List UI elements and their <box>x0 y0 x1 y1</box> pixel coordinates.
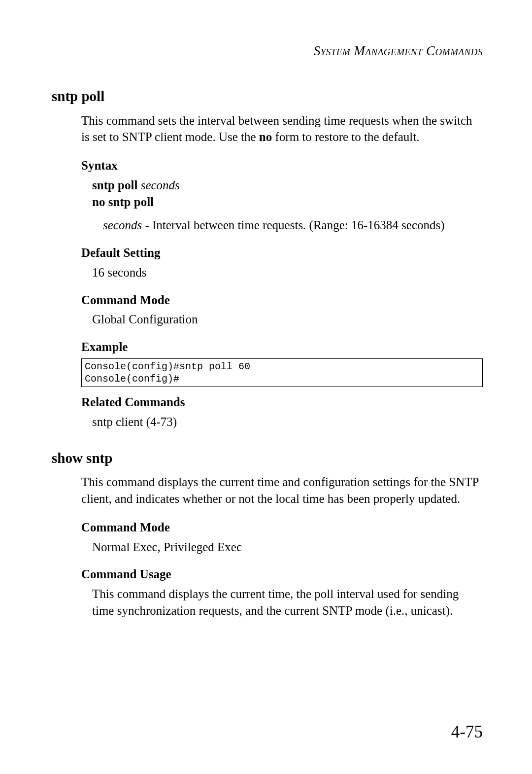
page-number: 4-75 <box>451 720 483 743</box>
usage-value: This command displays the current time, … <box>92 586 483 619</box>
default-label: Default Setting <box>81 245 483 261</box>
syntax-param: seconds - Interval between time requests… <box>103 217 483 234</box>
example-label: Example <box>81 339 483 355</box>
syntax-label: Syntax <box>81 157 483 174</box>
mode-label-2: Command Mode <box>81 519 483 536</box>
related-value: sntp client (4-73) <box>92 414 483 430</box>
related-label: Related Commands <box>81 394 483 411</box>
section-title-sntp-poll: sntp poll <box>52 87 483 106</box>
intro-text-post: form to restore to the default. <box>272 130 419 143</box>
section-body-sntp-poll: This command sets the interval between s… <box>81 112 483 430</box>
mode-value-2: Normal Exec, Privileged Exec <box>92 539 483 556</box>
usage-label: Command Usage <box>81 566 483 583</box>
intro-paragraph: This command sets the interval between s… <box>81 112 483 146</box>
syntax-line-1: sntp poll seconds <box>92 177 483 194</box>
running-header-text: System Management Commands <box>314 43 483 58</box>
syntax-arg: seconds <box>137 178 179 192</box>
param-name: seconds <box>103 218 142 232</box>
syntax-lines: sntp poll seconds no sntp poll <box>92 177 483 211</box>
syntax-cmd: sntp poll <box>92 178 137 192</box>
default-value: 16 seconds <box>92 264 483 281</box>
section-body-show-sntp: This command displays the current time a… <box>81 474 483 619</box>
running-header: System Management Commands <box>52 42 483 60</box>
example-code: Console(config)#sntp poll 60 Console(con… <box>81 358 483 387</box>
mode-value: Global Configuration <box>92 311 483 328</box>
intro-text-bold: no <box>259 130 272 143</box>
mode-label: Command Mode <box>81 292 483 309</box>
intro-paragraph-2: This command displays the current time a… <box>81 474 483 507</box>
syntax-line-2: no sntp poll <box>92 194 483 211</box>
param-desc: - Interval between time requests. (Range… <box>142 218 444 232</box>
section-title-show-sntp: show sntp <box>52 449 483 468</box>
page: System Management Commands sntp poll Thi… <box>0 0 532 774</box>
